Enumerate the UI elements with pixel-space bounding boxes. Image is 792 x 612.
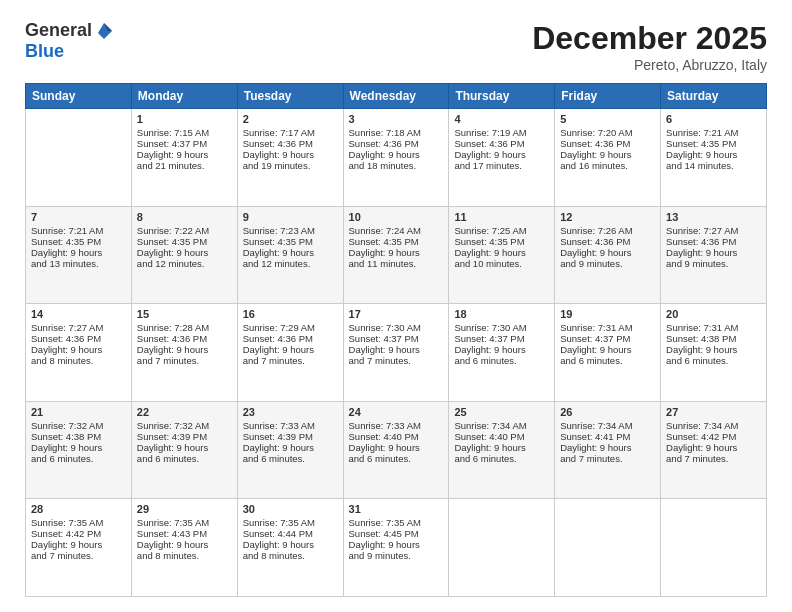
calendar-week-5: 28Sunrise: 7:35 AMSunset: 4:42 PMDayligh… [26, 499, 767, 597]
day-number: 20 [666, 308, 761, 320]
day-info-line: Daylight: 9 hours [560, 149, 655, 160]
day-info-line: and 7 minutes. [349, 355, 444, 366]
day-info-line: Daylight: 9 hours [31, 539, 126, 550]
day-info-line: Sunrise: 7:23 AM [243, 225, 338, 236]
day-info-line: Sunset: 4:35 PM [243, 236, 338, 247]
day-number: 31 [349, 503, 444, 515]
day-info-line: and 8 minutes. [243, 550, 338, 561]
calendar-cell [555, 499, 661, 597]
day-info-line: and 6 minutes. [349, 453, 444, 464]
col-sunday: Sunday [26, 84, 132, 109]
day-info-line: and 6 minutes. [137, 453, 232, 464]
day-info-line: Sunrise: 7:35 AM [137, 517, 232, 528]
calendar-header-row: Sunday Monday Tuesday Wednesday Thursday… [26, 84, 767, 109]
location: Pereto, Abruzzo, Italy [532, 57, 767, 73]
day-info-line: Sunrise: 7:24 AM [349, 225, 444, 236]
day-info-line: and 9 minutes. [666, 258, 761, 269]
day-info-line: Sunset: 4:38 PM [31, 431, 126, 442]
day-info-line: Daylight: 9 hours [454, 149, 549, 160]
calendar-cell: 15Sunrise: 7:28 AMSunset: 4:36 PMDayligh… [131, 304, 237, 402]
day-info-line: and 6 minutes. [666, 355, 761, 366]
day-info-line: Sunrise: 7:20 AM [560, 127, 655, 138]
day-info-line: Sunrise: 7:32 AM [31, 420, 126, 431]
day-info-line: Sunset: 4:36 PM [243, 138, 338, 149]
col-monday: Monday [131, 84, 237, 109]
day-number: 22 [137, 406, 232, 418]
calendar-cell: 30Sunrise: 7:35 AMSunset: 4:44 PMDayligh… [237, 499, 343, 597]
day-info-line: Daylight: 9 hours [243, 344, 338, 355]
month-title: December 2025 [532, 20, 767, 57]
day-info-line: and 14 minutes. [666, 160, 761, 171]
day-info-line: Sunrise: 7:29 AM [243, 322, 338, 333]
day-number: 2 [243, 113, 338, 125]
day-info-line: and 12 minutes. [243, 258, 338, 269]
calendar-cell: 9Sunrise: 7:23 AMSunset: 4:35 PMDaylight… [237, 206, 343, 304]
day-info-line: Sunrise: 7:17 AM [243, 127, 338, 138]
day-info-line: Sunrise: 7:25 AM [454, 225, 549, 236]
day-number: 11 [454, 211, 549, 223]
day-info-line: Sunrise: 7:35 AM [243, 517, 338, 528]
day-info-line: and 6 minutes. [454, 355, 549, 366]
calendar-week-2: 7Sunrise: 7:21 AMSunset: 4:35 PMDaylight… [26, 206, 767, 304]
day-info-line: Sunset: 4:42 PM [31, 528, 126, 539]
day-info-line: Sunrise: 7:34 AM [560, 420, 655, 431]
day-number: 18 [454, 308, 549, 320]
day-info-line: Daylight: 9 hours [454, 247, 549, 258]
day-info-line: Sunset: 4:39 PM [137, 431, 232, 442]
day-info-line: Daylight: 9 hours [666, 442, 761, 453]
day-number: 29 [137, 503, 232, 515]
day-info-line: Daylight: 9 hours [454, 442, 549, 453]
calendar-cell: 31Sunrise: 7:35 AMSunset: 4:45 PMDayligh… [343, 499, 449, 597]
day-info-line: Daylight: 9 hours [137, 149, 232, 160]
day-number: 14 [31, 308, 126, 320]
day-info-line: Daylight: 9 hours [349, 539, 444, 550]
day-info-line: and 8 minutes. [137, 550, 232, 561]
day-info-line: Daylight: 9 hours [560, 442, 655, 453]
calendar-cell: 21Sunrise: 7:32 AMSunset: 4:38 PMDayligh… [26, 401, 132, 499]
day-info-line: Sunrise: 7:30 AM [349, 322, 444, 333]
calendar-cell: 14Sunrise: 7:27 AMSunset: 4:36 PMDayligh… [26, 304, 132, 402]
day-info-line: Daylight: 9 hours [137, 344, 232, 355]
day-info-line: Daylight: 9 hours [666, 149, 761, 160]
day-info-line: Sunrise: 7:21 AM [31, 225, 126, 236]
day-number: 16 [243, 308, 338, 320]
day-info-line: Sunrise: 7:19 AM [454, 127, 549, 138]
day-info-line: and 12 minutes. [137, 258, 232, 269]
calendar-cell: 18Sunrise: 7:30 AMSunset: 4:37 PMDayligh… [449, 304, 555, 402]
logo-general-text: General [25, 20, 92, 41]
calendar-cell: 23Sunrise: 7:33 AMSunset: 4:39 PMDayligh… [237, 401, 343, 499]
calendar-cell: 5Sunrise: 7:20 AMSunset: 4:36 PMDaylight… [555, 109, 661, 207]
day-number: 17 [349, 308, 444, 320]
calendar-cell: 13Sunrise: 7:27 AMSunset: 4:36 PMDayligh… [661, 206, 767, 304]
calendar-cell: 25Sunrise: 7:34 AMSunset: 4:40 PMDayligh… [449, 401, 555, 499]
day-number: 6 [666, 113, 761, 125]
day-info-line: Sunrise: 7:27 AM [31, 322, 126, 333]
day-info-line: Sunrise: 7:31 AM [666, 322, 761, 333]
day-info-line: Sunrise: 7:15 AM [137, 127, 232, 138]
day-info-line: and 7 minutes. [560, 453, 655, 464]
calendar-cell: 1Sunrise: 7:15 AMSunset: 4:37 PMDaylight… [131, 109, 237, 207]
day-info-line: Daylight: 9 hours [243, 539, 338, 550]
day-info-line: Daylight: 9 hours [243, 442, 338, 453]
day-number: 10 [349, 211, 444, 223]
day-info-line: Sunset: 4:37 PM [454, 333, 549, 344]
col-tuesday: Tuesday [237, 84, 343, 109]
calendar-cell [449, 499, 555, 597]
day-info-line: and 9 minutes. [560, 258, 655, 269]
day-info-line: Sunset: 4:36 PM [666, 236, 761, 247]
day-info-line: and 21 minutes. [137, 160, 232, 171]
calendar-cell: 4Sunrise: 7:19 AMSunset: 4:36 PMDaylight… [449, 109, 555, 207]
calendar-cell [661, 499, 767, 597]
day-number: 26 [560, 406, 655, 418]
page: General Blue December 2025 Pereto, Abruz… [0, 0, 792, 612]
day-info-line: Sunset: 4:35 PM [349, 236, 444, 247]
day-info-line: Sunrise: 7:21 AM [666, 127, 761, 138]
day-info-line: Sunset: 4:41 PM [560, 431, 655, 442]
day-info-line: Sunset: 4:36 PM [560, 138, 655, 149]
day-info-line: and 11 minutes. [349, 258, 444, 269]
day-number: 3 [349, 113, 444, 125]
calendar-cell: 10Sunrise: 7:24 AMSunset: 4:35 PMDayligh… [343, 206, 449, 304]
calendar-cell: 11Sunrise: 7:25 AMSunset: 4:35 PMDayligh… [449, 206, 555, 304]
day-info-line: Daylight: 9 hours [349, 247, 444, 258]
day-info-line: and 6 minutes. [454, 453, 549, 464]
